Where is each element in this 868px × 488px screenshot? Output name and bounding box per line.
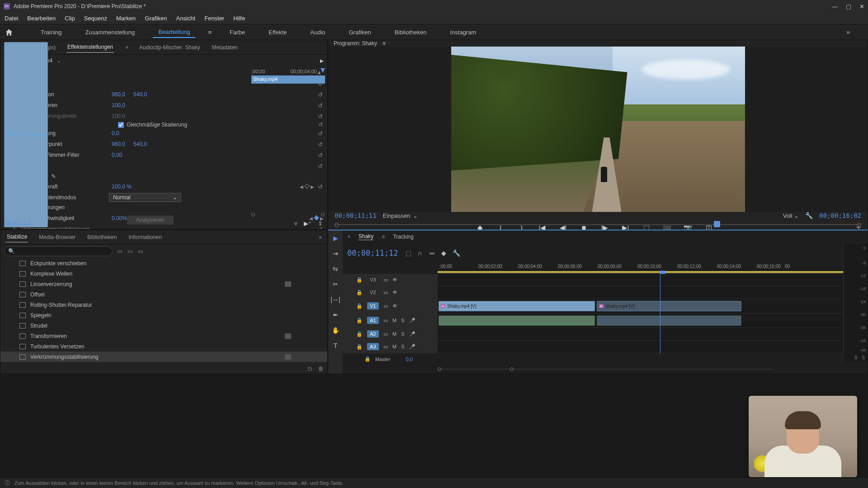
kf-add-icon[interactable] [304, 183, 309, 188]
lock-icon[interactable]: 🔒 [356, 277, 363, 283]
pen-tool-icon[interactable]: ✒ [330, 310, 340, 320]
effect-clip-bar[interactable]: Shaky.mp4 [251, 75, 325, 84]
type-tool-icon[interactable]: T [330, 341, 340, 351]
delete-icon[interactable]: 🗑 [318, 366, 324, 372]
menu-grafiken[interactable]: Grafiken [145, 15, 167, 22]
menu-hilfe[interactable]: Hilfe [233, 15, 245, 22]
close-button[interactable]: ✕ [859, 3, 864, 10]
track-body-v2[interactable] [438, 286, 868, 299]
hand-tool-icon[interactable]: ✋ [330, 325, 340, 335]
lock-icon[interactable]: 🔒 [356, 290, 363, 296]
ripple-tool-icon[interactable]: ⇆ [330, 264, 340, 274]
settings-tool-icon[interactable]: 🔧 [453, 249, 460, 257]
reset-drehung[interactable]: ↺ [318, 130, 323, 137]
menu-fenster[interactable]: Fenster [204, 15, 224, 22]
effect-item[interactable]: Rolling-Shutter-Reparatur [0, 300, 327, 310]
visibility-icon[interactable]: 👁 [392, 303, 397, 309]
meter-solo-r[interactable]: S [862, 355, 865, 360]
reset-antiflimmer[interactable]: ↺ [318, 152, 323, 159]
program-zoom-dropdown[interactable]: Einpassen ⌄ [383, 212, 418, 219]
tab-stabilize[interactable]: Stabilize [6, 232, 28, 243]
program-tab-label[interactable]: Programm: Shaky [334, 40, 377, 47]
solo-toggle[interactable]: S [401, 344, 404, 349]
visibility-icon[interactable]: 👁 [392, 277, 397, 282]
panel-menu-icon[interactable]: ≡ [126, 45, 128, 50]
menu-bearbeiten[interactable]: Bearbeiten [27, 15, 56, 22]
val-position-y[interactable]: 540,0 [133, 91, 147, 98]
timeline-tab-shaky[interactable]: Shaky [359, 233, 373, 240]
link-icon[interactable]: ⫘ [429, 249, 435, 257]
track-body-a3[interactable] [438, 341, 868, 353]
val-antiflimmer[interactable]: 0,00 [112, 152, 122, 158]
workspace-grafiken[interactable]: Grafiken [343, 27, 376, 38]
track-body-v1[interactable]: fxShaky.mp4 [V] fxShaky.mp4 [V] [438, 299, 868, 313]
track-label-v1[interactable]: V1 [367, 302, 379, 310]
effect-badge-2-icon[interactable]: ▭ [127, 248, 132, 254]
scrub-handle-right[interactable] [857, 223, 861, 227]
effect-item[interactable]: Komplexe Wellen [0, 268, 327, 279]
track-label-v2[interactable]: V2 [367, 289, 379, 296]
new-bin-icon[interactable]: 🗀 [307, 366, 313, 372]
effect-item[interactable]: Eckpunkte verschieben [0, 258, 327, 268]
track-label-v3[interactable]: V3 [367, 276, 379, 283]
reset-anker[interactable]: ↺ [318, 141, 323, 148]
tab-bibliotheken[interactable]: Bibliotheken [86, 232, 118, 242]
effect-item[interactable]: Offset [0, 289, 327, 300]
tab-informationen[interactable]: Informationen [127, 232, 162, 242]
workspace-audio[interactable]: Audio [305, 27, 330, 38]
effect-chevron-icon[interactable]: ⌄ [57, 58, 61, 63]
clip-v1-a[interactable]: fxShaky.mp4 [V] [439, 301, 595, 311]
workspace-effekte[interactable]: Effekte [263, 27, 292, 38]
voice-record-icon[interactable]: 🎤 [409, 318, 415, 324]
ec-zoom-handle-right[interactable] [321, 213, 325, 216]
effects-search-input[interactable] [18, 248, 108, 254]
blendmode-dropdown[interactable]: Normal ⌄ [109, 193, 181, 202]
program-resolution-dropdown[interactable]: Voll ⌄ [783, 212, 799, 219]
clip-a1-a[interactable] [439, 315, 595, 326]
workspace-overflow[interactable]: » [846, 28, 850, 36]
effect-badge-3-icon[interactable]: ▭ [138, 248, 143, 254]
effect-item[interactable]: Strudel [0, 320, 327, 331]
uniform-scale-checkbox[interactable] [118, 122, 124, 128]
timeline-zoom-scroll[interactable] [438, 366, 773, 373]
timeline-tab-tracking[interactable]: Tracking [393, 234, 414, 240]
effect-item[interactable]: Spiegeln [0, 310, 327, 320]
workspace-instagram[interactable]: Instagram [444, 27, 481, 38]
tabs-overflow-icon[interactable]: » [319, 234, 322, 240]
clip-a1-b[interactable] [597, 315, 741, 326]
zoom-handle-left[interactable] [438, 367, 441, 371]
ec-zoom-handle-left[interactable] [251, 213, 255, 216]
ec-timecode[interactable]: 00;00;11;11 [5, 220, 33, 226]
reset-skalierungsbreite[interactable]: ↺ [318, 113, 323, 120]
reset-uniform[interactable]: ↺ [318, 122, 323, 128]
tab-metadata[interactable]: Metadaten [211, 42, 239, 52]
effect-item[interactable]: Linsenverzerrung [0, 279, 327, 289]
razor-tool-icon[interactable]: ✂ [330, 279, 340, 289]
minimize-button[interactable]: — [832, 3, 838, 10]
mute-toggle[interactable]: M [392, 318, 396, 323]
val-anker-y[interactable]: 540,0 [133, 141, 147, 147]
val-drehung[interactable]: 0,0 [112, 130, 119, 136]
menu-sequenz[interactable]: Sequenz [84, 15, 107, 22]
solo-toggle[interactable]: S [401, 331, 404, 337]
tab-audio-mixer[interactable]: Audioclip-Mischer: Shaky [138, 42, 201, 52]
reset-skalieren[interactable]: ↺ [318, 102, 323, 109]
effect-clip-link[interactable]: Shaky * Shaky.mp4 [4, 42, 48, 227]
settings-icon[interactable]: 🔧 [805, 212, 813, 219]
track-body-a1[interactable] [438, 314, 868, 328]
timeline-ruler[interactable]: ;00;00 00;00;02;00 00;00;04;00 00;00;06;… [438, 263, 868, 274]
track-label-a2[interactable]: A2 [367, 330, 379, 338]
solo-toggle[interactable]: S [401, 318, 404, 323]
track-label-a3[interactable]: A3 [367, 343, 379, 350]
program-current-tc[interactable]: 00;00;11;11 [335, 212, 377, 219]
mute-toggle[interactable]: M [392, 344, 396, 349]
workspace-zusammenstellung[interactable]: Zusammenstellung [80, 27, 140, 38]
meter-solo-l[interactable]: S [854, 355, 858, 360]
master-value[interactable]: 0,0 [406, 357, 413, 362]
panel-menu-icon[interactable]: ≡ [382, 40, 386, 47]
mute-toggle[interactable]: M [392, 331, 396, 337]
effect-item[interactable]: Turbulentes Versetzen [0, 341, 327, 352]
track-body-v3[interactable] [438, 274, 868, 286]
effect-item[interactable]: Transformieren [0, 331, 327, 341]
lock-icon[interactable]: 🔒 [356, 318, 363, 324]
